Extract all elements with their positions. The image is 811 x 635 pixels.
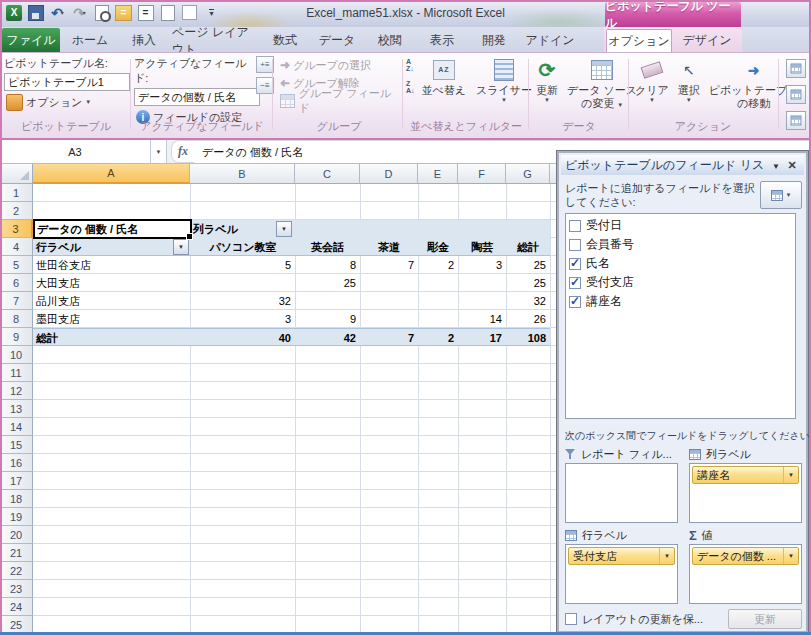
ribbon-calc-button-2[interactable] — [786, 85, 806, 104]
pivot-name-input[interactable]: ピボットテーブル1 — [4, 73, 130, 91]
column-header-d[interactable]: D — [360, 164, 418, 184]
row-header-7[interactable]: 7 — [0, 292, 33, 310]
tab-developer[interactable]: 開発 — [470, 29, 518, 52]
field-list-title-bar[interactable]: ピボットテーブルのフィールド リス — [561, 155, 804, 175]
sort-za-button[interactable]: ZA↓ — [406, 80, 415, 94]
row-header-8[interactable]: 8 — [0, 310, 33, 328]
tab-home[interactable]: ホーム — [64, 29, 116, 52]
grand-total-label[interactable]: 総計 — [33, 329, 191, 347]
grand-total-value[interactable]: 108 — [506, 329, 550, 347]
pivot-col-header[interactable]: 茶道 — [360, 238, 418, 256]
values-zone[interactable]: データの個数 ... — [689, 544, 802, 604]
pivot-value[interactable] — [418, 292, 458, 310]
row-header-24[interactable]: 24 — [0, 598, 33, 616]
row-header-18[interactable]: 18 — [0, 490, 33, 508]
checkbox-unchecked-icon[interactable] — [569, 220, 581, 232]
row-header-15[interactable]: 15 — [0, 436, 33, 454]
select-button[interactable]: ↖ 選択 ▼ — [674, 56, 704, 111]
tab-options[interactable]: オプション — [606, 29, 672, 53]
tab-insert[interactable]: 挿入 — [120, 29, 168, 52]
pivot-col-header[interactable]: 陶芸 — [458, 238, 506, 256]
row-header-10[interactable]: 10 — [0, 346, 33, 364]
sort-az-button[interactable]: AZ↓ — [406, 58, 415, 72]
pivot-value[interactable]: 3 — [191, 310, 295, 328]
print-preview-icon[interactable] — [93, 4, 110, 21]
pivot-row-name[interactable]: 墨田支店 — [33, 310, 191, 328]
tab-view[interactable]: 表示 — [418, 29, 466, 52]
grand-total-value[interactable]: 7 — [360, 329, 418, 347]
ribbon-calc-button-3[interactable] — [786, 111, 806, 130]
row-header-4[interactable]: 4 — [0, 238, 33, 256]
pivot-value[interactable]: 25 — [506, 256, 550, 274]
field-item-kouzamei[interactable]: 講座名 — [566, 292, 795, 311]
column-header-a[interactable]: A — [33, 164, 190, 184]
tab-review[interactable]: 校閲 — [366, 29, 414, 52]
tab-design[interactable]: デザイン — [676, 29, 738, 52]
checkbox-checked-icon[interactable] — [569, 277, 581, 289]
column-header-b[interactable]: B — [190, 164, 295, 184]
row-header-2[interactable]: 2 — [0, 202, 33, 220]
pivot-value[interactable]: 2 — [418, 256, 458, 274]
pill-dropdown-icon[interactable] — [783, 548, 798, 564]
slicer-button[interactable]: スライサー ▼ — [473, 56, 535, 106]
row-header-1[interactable]: 1 — [0, 184, 33, 202]
pivot-row-name[interactable]: 大田支店 — [33, 274, 191, 292]
pivot-value[interactable] — [360, 310, 418, 328]
pivot-value[interactable]: 9 — [295, 310, 360, 328]
row-header-3[interactable]: 3 — [0, 220, 33, 238]
field-item-uketsukebi[interactable]: 受付日 — [566, 216, 795, 235]
pivot-value[interactable]: 32 — [506, 292, 550, 310]
equals-icon[interactable]: = — [137, 4, 154, 21]
pill-dropdown-icon[interactable] — [783, 467, 798, 483]
pivot-col-header[interactable]: 彫金 — [418, 238, 458, 256]
tab-addins[interactable]: アドイン — [522, 29, 578, 52]
report-filter-zone[interactable] — [565, 463, 678, 523]
pill-dropdown-icon[interactable] — [659, 548, 674, 564]
defer-layout-checkbox[interactable] — [565, 613, 577, 625]
pivot-value[interactable] — [295, 292, 360, 310]
column-header-f[interactable]: F — [458, 164, 506, 184]
row-labels-zone[interactable]: 受付支店 — [565, 544, 678, 604]
pivot-value[interactable] — [418, 274, 458, 292]
column-header-e[interactable]: E — [418, 164, 458, 184]
pane-close-icon[interactable] — [784, 158, 800, 172]
pivot-value[interactable]: 14 — [458, 310, 506, 328]
pivot-value[interactable]: 25 — [295, 274, 360, 292]
checkbox-unchecked-icon[interactable] — [569, 239, 581, 251]
blank-square-icon[interactable] — [181, 4, 198, 21]
pivot-value[interactable] — [360, 292, 418, 310]
tab-formulas[interactable]: 数式 — [262, 29, 308, 52]
row-labels-filter-icon[interactable] — [173, 239, 189, 255]
pivot-value[interactable]: 8 — [295, 256, 360, 274]
row-header-19[interactable]: 19 — [0, 508, 33, 526]
checkbox-checked-icon[interactable] — [569, 258, 581, 270]
column-header-g[interactable]: G — [506, 164, 550, 184]
checkbox-checked-icon[interactable] — [569, 296, 581, 308]
select-all-corner[interactable] — [0, 164, 33, 184]
undo-icon[interactable]: ↶▾ — [49, 4, 66, 21]
new-sheet-icon[interactable] — [159, 4, 176, 21]
tab-data[interactable]: データ — [312, 29, 362, 52]
field-item-kaiinbangou[interactable]: 会員番号 — [566, 235, 795, 254]
selected-cell-a3[interactable]: データの 個数 / 氏名 — [33, 219, 192, 239]
name-box[interactable]: A3 — [0, 140, 151, 163]
qat-customize-icon[interactable]: ▾ — [203, 4, 220, 21]
pivot-value[interactable]: 5 — [191, 256, 295, 274]
row-header-21[interactable]: 21 — [0, 544, 33, 562]
row-header-16[interactable]: 16 — [0, 454, 33, 472]
pivot-value[interactable] — [418, 310, 458, 328]
group-field-button[interactable]: グループ フィールド — [278, 92, 400, 110]
grand-total-value[interactable]: 40 — [191, 329, 295, 347]
active-field-input[interactable]: データの個数 / 氏名 — [134, 88, 260, 106]
row-header-9[interactable]: 9 — [0, 328, 33, 346]
pivot-value[interactable]: 32 — [191, 292, 295, 310]
pivot-row-name[interactable]: 品川支店 — [33, 292, 191, 310]
pivot-col-header[interactable]: パソコン教室 — [191, 238, 295, 256]
pivot-value[interactable]: 25 — [506, 274, 550, 292]
excel-app-icon[interactable]: X — [6, 5, 22, 21]
pivot-value[interactable]: 26 — [506, 310, 550, 328]
pivot-row-labels-cell[interactable]: 行ラベル — [33, 238, 191, 256]
column-header-c[interactable]: C — [295, 164, 360, 184]
pivot-row-name[interactable]: 世田谷支店 — [33, 256, 191, 274]
row-header-13[interactable]: 13 — [0, 400, 33, 418]
